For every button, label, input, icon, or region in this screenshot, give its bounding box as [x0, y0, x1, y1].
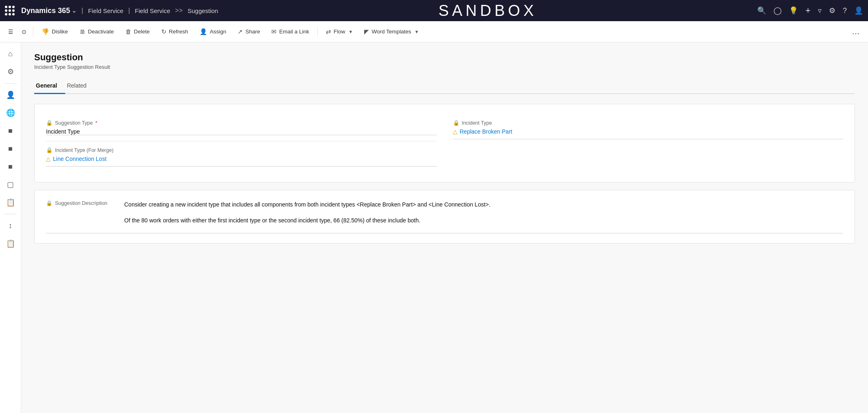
more-button[interactable]: … [848, 25, 863, 38]
required-marker-1: * [95, 120, 97, 126]
tabs: General Related [34, 78, 855, 94]
flow-button[interactable]: ⇄ Flow ▼ [321, 26, 358, 38]
email-link-button[interactable]: ✉ Email a Link [266, 26, 314, 38]
back-button[interactable]: ⊙ [18, 26, 30, 37]
sidebar-sort-icon[interactable]: ↕ [2, 217, 19, 234]
form-left-col: 🔒 Suggestion Type * Incident Type 🔒 Inci… [46, 114, 437, 172]
sidebar-globe-icon[interactable]: 🌐 [2, 105, 19, 121]
description-row: 🔒 Suggestion Description Consider creati… [46, 200, 843, 225]
dislike-button[interactable]: 👎 Dislike [37, 26, 73, 38]
flow-label: Flow [334, 29, 345, 35]
sidebar-box-icon[interactable]: ▢ [2, 176, 19, 193]
main-layout: ⌂ ⚙ 👤 🌐 ■ ■ ■ ▢ 📋 ↕ 📋 Suggestion Inciden… [0, 42, 868, 413]
sidebar-divider2 [4, 214, 17, 214]
page-header: Suggestion Incident Type Suggestion Resu… [34, 52, 855, 70]
deactivate-label: Deactivate [88, 29, 114, 35]
breadcrumb-sep: >> [175, 7, 183, 14]
suggestion-type-label: 🔒 Suggestion Type * [46, 120, 437, 126]
gear-icon[interactable]: ⚙ [829, 6, 835, 15]
toolbar: ☰ ⊙ 👎 Dislike 🗎 Deactivate 🗑 Delete ↻ Re… [0, 21, 868, 42]
brand-dynamics365[interactable]: Dynamics 365 ⌄ [21, 7, 77, 15]
incident-merge-value[interactable]: △ Line Connection Lost [46, 156, 437, 162]
brand-label: Dynamics 365 [21, 7, 70, 15]
waffle-menu[interactable] [5, 6, 15, 15]
top-nav-icons: 🔍 ◯ 💡 + ▿ ⚙ ? 👤 [757, 5, 863, 16]
form-right-col: 🔒 Incident Type △ Replace Broken Part [453, 114, 844, 172]
plus-icon[interactable]: + [805, 5, 811, 16]
description-label: 🔒 Suggestion Description [46, 200, 111, 206]
help-icon[interactable]: ? [843, 7, 847, 15]
lock-icon-4: 🔒 [46, 200, 53, 206]
flow-icon: ⇄ [326, 28, 331, 35]
share-button[interactable]: ↗ Share [233, 26, 265, 38]
sidebar-building-icon[interactable]: ■ [2, 123, 19, 139]
search-icon[interactable]: 🔍 [757, 6, 766, 15]
refresh-label: Refresh [169, 29, 188, 35]
field-incident-type: 🔒 Incident Type △ Replace Broken Part [453, 114, 844, 145]
description-para1: Consider creating a new incident type th… [124, 200, 843, 209]
tab-general[interactable]: General [34, 78, 65, 94]
suggestion-type-value: Incident Type [46, 128, 437, 135]
nav-field-service-2[interactable]: Field Service [135, 7, 170, 14]
delete-button[interactable]: 🗑 Delete [121, 26, 155, 37]
sidebar-database2-icon[interactable]: ■ [2, 158, 19, 175]
collapse-button[interactable]: ☰ [5, 26, 17, 37]
assign-label: Assign [210, 29, 226, 35]
share-icon: ↗ [237, 28, 243, 35]
sidebar-settings-icon[interactable]: ⚙ [2, 64, 19, 80]
sidebar-contacts-icon[interactable]: 👤 [2, 87, 19, 103]
nav-field-service-1[interactable]: Field Service [88, 7, 123, 14]
dislike-label: Dislike [52, 29, 68, 35]
target-icon[interactable]: ◯ [774, 6, 782, 15]
word-caret-icon: ▼ [414, 29, 419, 34]
incident-type-value[interactable]: △ Replace Broken Part [453, 128, 844, 135]
dislike-icon: 👎 [42, 28, 49, 35]
lightbulb-icon[interactable]: 💡 [789, 6, 798, 15]
delete-icon: 🗑 [125, 28, 132, 35]
user-icon[interactable]: 👤 [854, 6, 863, 15]
toolbar-sep1 [33, 27, 33, 37]
sidebar-document-icon[interactable]: 📋 [2, 194, 19, 211]
sidebar-clipboard-icon[interactable]: 📋 [2, 235, 19, 252]
email-icon: ✉ [271, 28, 277, 35]
share-label: Share [245, 29, 260, 35]
refresh-icon: ↻ [161, 28, 167, 35]
brand-chevron: ⌄ [72, 7, 77, 14]
assign-icon: 👤 [200, 28, 207, 35]
incident-merge-label: 🔒 Incident Type (For Merge) [46, 147, 437, 153]
back-icon: ⊙ [22, 29, 26, 35]
deactivate-button[interactable]: 🗎 Deactivate [75, 26, 119, 37]
lock-icon-2: 🔒 [46, 147, 53, 153]
sidebar-database1-icon[interactable]: ■ [2, 141, 19, 157]
lock-icon-1: 🔒 [46, 120, 53, 126]
word-templates-button[interactable]: ◤ Word Templates ▼ [359, 26, 424, 38]
refresh-button[interactable]: ↻ Refresh [156, 26, 193, 38]
field-divider-1 [46, 135, 437, 135]
assign-button[interactable]: 👤 Assign [195, 26, 231, 38]
incident-type-label: 🔒 Incident Type [453, 120, 844, 126]
deactivate-icon: 🗎 [79, 28, 86, 35]
warning-icon-1: △ [46, 156, 51, 162]
warning-icon-2: △ [453, 128, 457, 135]
sidebar: ⌂ ⚙ 👤 🌐 ■ ■ ■ ▢ 📋 ↕ 📋 [0, 42, 21, 413]
field-suggestion-type: 🔒 Suggestion Type * Incident Type [46, 114, 437, 141]
tab-related[interactable]: Related [65, 78, 94, 94]
page-title: Suggestion [34, 52, 855, 63]
sandbox-label: SANDBOX [222, 2, 754, 20]
word-label: Word Templates [371, 29, 411, 35]
breadcrumb-suggestion[interactable]: Suggestion [187, 7, 218, 14]
desc-divider [46, 233, 843, 233]
field-incident-type-merge: 🔒 Incident Type (For Merge) △ Line Conne… [46, 141, 437, 172]
flow-caret-icon: ▼ [349, 29, 353, 34]
sidebar-home-icon[interactable]: ⌂ [2, 46, 19, 62]
main-content: Suggestion Incident Type Suggestion Resu… [21, 42, 868, 413]
description-text: Consider creating a new incident type th… [124, 200, 843, 225]
form-grid: 🔒 Suggestion Type * Incident Type 🔒 Inci… [46, 114, 843, 172]
nav-sep2: | [128, 7, 130, 14]
delete-label: Delete [134, 29, 150, 35]
toolbar-sep2 [317, 27, 318, 37]
hamburger-icon: ☰ [8, 29, 13, 35]
word-icon: ◤ [364, 28, 369, 35]
filter-icon[interactable]: ▿ [818, 6, 822, 15]
field-divider-3 [453, 139, 844, 139]
